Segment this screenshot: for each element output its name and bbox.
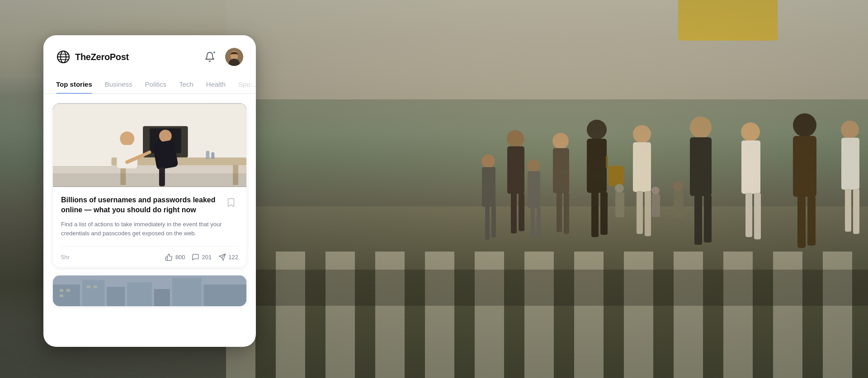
notification-bell-button[interactable] [201,48,219,66]
thumbs-up-icon [165,253,173,261]
globe-icon [56,50,71,64]
story-card-partial [52,275,247,307]
comment-count: 201 [202,254,212,261]
share-count: 122 [228,254,238,261]
story-excerpt: Find a list of actions to take immediate… [61,220,238,238]
story-actions: 800 201 [165,253,238,261]
svg-rect-71 [152,140,178,170]
partial-story-image [53,275,246,307]
tab-health[interactable]: Health [200,75,232,93]
story-photo [53,103,246,187]
tab-top-stories[interactable]: Top stories [56,75,99,93]
user-avatar-button[interactable] [225,48,243,66]
partial-photo [53,275,246,307]
svg-rect-78 [211,152,214,159]
tab-business[interactable]: Business [99,75,139,93]
notification-dot [212,51,216,54]
story-card: Billions of usernames and passwords leak… [52,103,247,268]
app-header: TheZeroPost [43,35,256,66]
content-area: Billions of usernames and passwords leak… [43,94,256,347]
tab-politics[interactable]: Politics [139,75,173,93]
svg-rect-74 [117,145,137,168]
svg-rect-79 [53,173,246,187]
tab-sports[interactable]: Spo... [232,75,256,93]
story-title: Billions of usernames and passwords leak… [61,195,218,215]
app-name: TheZeroPost [75,52,129,62]
tab-tech[interactable]: Tech [173,75,200,93]
share-icon [218,253,226,261]
share-button[interactable]: 122 [218,253,238,261]
svg-rect-77 [206,151,209,159]
avatar [225,48,243,66]
nav-tabs: Top stories Business Politics Tech Healt… [43,66,256,94]
story-footer: 5hr 800 [61,246,238,261]
avatar-image [225,48,243,66]
story-time: 5hr [61,254,70,261]
svg-point-70 [159,130,172,142]
comment-button[interactable]: 201 [192,253,212,261]
bookmark-icon [226,198,236,208]
app-card: TheZeroPost [43,35,256,347]
story-image [53,103,246,187]
bookmark-button[interactable] [224,195,238,210]
comment-icon [192,253,200,261]
header-actions [201,48,243,66]
like-count: 800 [175,254,185,261]
svg-rect-95 [53,275,246,307]
logo-area: TheZeroPost [56,50,129,64]
svg-point-73 [120,131,134,146]
story-header-row: Billions of usernames and passwords leak… [61,195,238,215]
story-body: Billions of usernames and passwords leak… [53,187,246,267]
svg-rect-57 [231,54,238,59]
like-button[interactable]: 800 [165,253,185,261]
